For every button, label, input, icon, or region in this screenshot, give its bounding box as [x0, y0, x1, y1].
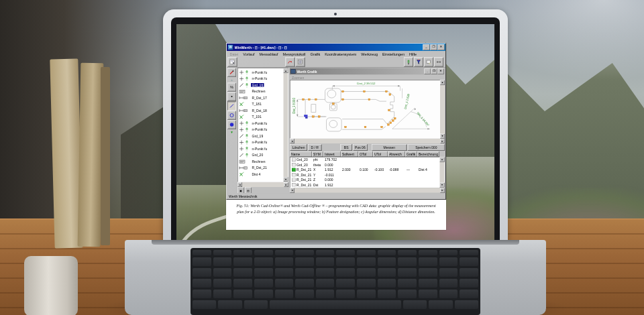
menu-item-vorlauf[interactable]: Vorlauf [241, 52, 257, 56]
tree-item-r-dst-18[interactable]: R_Dst_18 [239, 107, 284, 114]
menu-item-messprotokoll[interactable]: Messprotokoll [280, 52, 308, 56]
column-header-sollwert[interactable]: Sollwert [341, 151, 358, 157]
measurement-point[interactable] [342, 90, 344, 92]
measurement-point[interactable] [394, 117, 396, 119]
graphics-window-titlebar[interactable]: Werth Grafik _ ❐ ✕ [290, 68, 445, 75]
tree-item-n-punkt-fu[interactable]: n-Punkt fu [239, 76, 284, 82]
measurement-point[interactable] [318, 116, 320, 118]
measurement-point[interactable] [313, 116, 315, 118]
speichern-000-button[interactable]: Speichern 000 [408, 144, 445, 151]
measurement-plan-tree[interactable]: n-Punkt fun-Punkt fuGrd_16RechnenR_Dst_1… [237, 68, 288, 182]
scroll-down-icon[interactable]: ▼ [284, 177, 288, 182]
measurement-point[interactable] [364, 90, 366, 92]
tree-item-grd-16[interactable]: Grd_16 [239, 82, 284, 88]
tree-tool-button[interactable]: ▣ [237, 188, 244, 194]
measurement-point[interactable] [315, 99, 317, 101]
measurement-point[interactable] [389, 94, 391, 96]
cad-hand-icon[interactable] [424, 58, 433, 67]
tolerance-percent-icon[interactable]: % [227, 83, 236, 92]
l-schen-button[interactable]: Löschen [290, 144, 307, 151]
circle-outline-icon[interactable] [227, 111, 236, 120]
chevron-up-icon[interactable]: ▲ [230, 78, 233, 82]
protocol-list-icon[interactable] [296, 58, 305, 67]
tree-item-r-dst-17[interactable]: R_Dst_17 [239, 94, 284, 101]
checkbox-icon[interactable] [292, 183, 296, 187]
table-row[interactable]: R_Dst_21Dst1.912 [290, 182, 440, 188]
scroll-up-icon[interactable]: ▲ [440, 80, 445, 85]
tree-vertical-scrollbar[interactable]: ▲ ▼ [284, 68, 288, 182]
tree-item-dist-4[interactable]: Dist 4 [239, 171, 284, 178]
scroll-up-icon[interactable]: ▲ [284, 68, 288, 73]
menu-item-einstellungen[interactable]: Einstellungen [380, 52, 407, 56]
width-arrows-icon[interactable] [434, 58, 443, 67]
column-header-otol[interactable]: OTol [358, 151, 373, 157]
checkbox-checked-icon[interactable] [292, 168, 296, 172]
measurement-point[interactable] [387, 124, 389, 126]
tree-item-r-dst-21[interactable]: R_Dst_21 [239, 165, 284, 172]
tree-item-t-181[interactable]: T_181 [239, 101, 284, 108]
tree-item-n-punkt-fu[interactable]: n-Punkt fu [239, 120, 284, 127]
measure-red-icon[interactable] [286, 58, 295, 67]
measurement-point[interactable] [332, 103, 334, 105]
tree-item-grd-20[interactable]: Grd_20 [239, 152, 284, 159]
graphics-maximize-button[interactable]: ❐ [431, 69, 437, 74]
scroll-right-icon[interactable]: ► [440, 139, 445, 143]
scroll-up-icon[interactable]: ▲ [440, 158, 445, 162]
scroll-down-icon[interactable]: ▼ [440, 183, 445, 188]
tree-tool-button[interactable]: ▤ [245, 188, 252, 194]
measurement-point[interactable] [364, 126, 366, 128]
tree-item-rechnen[interactable]: Rechnen [239, 158, 284, 165]
bs-button[interactable]: BS [340, 144, 352, 151]
tree-item-n-punkt-fu[interactable]: n-Punkt fu [239, 145, 284, 152]
d-r-button[interactable]: D / R [308, 144, 321, 151]
cad-canvas[interactable]: Dist_2 39.512 Dist_3 8.990 Dist_1 2.538 … [290, 80, 440, 139]
window-titlebar[interactable]: W WinWerth - [] - [#1.dws] - [] - [] _ ❐… [227, 44, 445, 51]
results-table[interactable]: Grd_20phi179.702Grd_20theta0.000R_Dst_21… [290, 157, 445, 188]
measurement-point[interactable] [345, 126, 347, 128]
menu-item-grafik[interactable]: Grafik [308, 52, 323, 56]
line-icon[interactable] [227, 102, 236, 111]
scroll-left-icon[interactable]: ◄ [237, 182, 242, 187]
menu-item-zoomen[interactable]: Zoomen [292, 76, 304, 80]
tree-item-rechnen[interactable]: Rechnen [239, 88, 284, 95]
checkbox-icon[interactable] [292, 178, 296, 182]
circle-filled-icon[interactable] [227, 121, 236, 129]
measurement-point[interactable] [390, 122, 392, 124]
measurement-point[interactable] [303, 99, 305, 101]
canvas-horizontal-scrollbar[interactable]: ◄ ► [290, 139, 445, 143]
menu-item-werkzeug[interactable]: Werkzeug [359, 52, 380, 56]
scroll-left-icon[interactable]: ◄ [290, 139, 294, 143]
tree-item-n-punkt-fu[interactable]: n-Punkt fu [239, 139, 284, 146]
checkbox-icon[interactable] [292, 158, 296, 162]
column-header-istwert[interactable]: Istwert [323, 151, 341, 157]
probe-tree-icon[interactable] [404, 58, 413, 67]
menu-item-hilfe[interactable]: Hilfe [407, 52, 419, 56]
menu-item-messablauf[interactable]: Messablauf [257, 52, 280, 56]
table-row[interactable]: R_Dst_21Y-0.011 [290, 172, 440, 178]
scroll-left-icon[interactable]: ◄ [290, 188, 294, 193]
table-horizontal-scrollbar[interactable]: ◄ ► [290, 188, 445, 193]
close-button[interactable]: ✕ [438, 44, 445, 50]
column-header-grafik[interactable]: Grafik [405, 151, 417, 157]
tree-item-n-punkt-fu[interactable]: n-Punkt fu [239, 69, 284, 76]
measurement-point[interactable] [368, 99, 370, 101]
tree-item-n-punkt-fu[interactable]: n-Punkt fu [239, 127, 284, 133]
measurement-point[interactable] [309, 99, 311, 101]
graphics-minimize-button[interactable]: _ [425, 69, 431, 74]
column-header-name[interactable]: Name [290, 151, 312, 157]
graphics-close-button[interactable]: ✕ [438, 69, 444, 74]
table-row[interactable]: Grd_20theta0.000 [290, 162, 440, 168]
scroll-down-icon[interactable]: ▼ [440, 134, 445, 139]
column-header-bezeichnung[interactable]: Bezeichnung [417, 151, 439, 157]
cad-program-icon[interactable] [228, 58, 237, 67]
tree-item-t-191[interactable]: T_191 [239, 114, 284, 121]
table-row[interactable]: Grd_20phi179.702 [290, 158, 440, 163]
table-row[interactable]: R_Dst_21Z0.000 [290, 178, 440, 183]
red-pen-icon[interactable] [227, 68, 236, 77]
minimize-button[interactable]: _ [423, 44, 430, 50]
measurement-point[interactable] [381, 126, 383, 128]
column-header-sym[interactable]: SYM [312, 151, 323, 157]
canvas-vertical-scrollbar[interactable]: ▲ ▼ [440, 80, 445, 139]
column-header-abweich[interactable]: Abweich [388, 151, 405, 157]
tree-item-grd-19[interactable]: Grd_19 [239, 133, 284, 139]
